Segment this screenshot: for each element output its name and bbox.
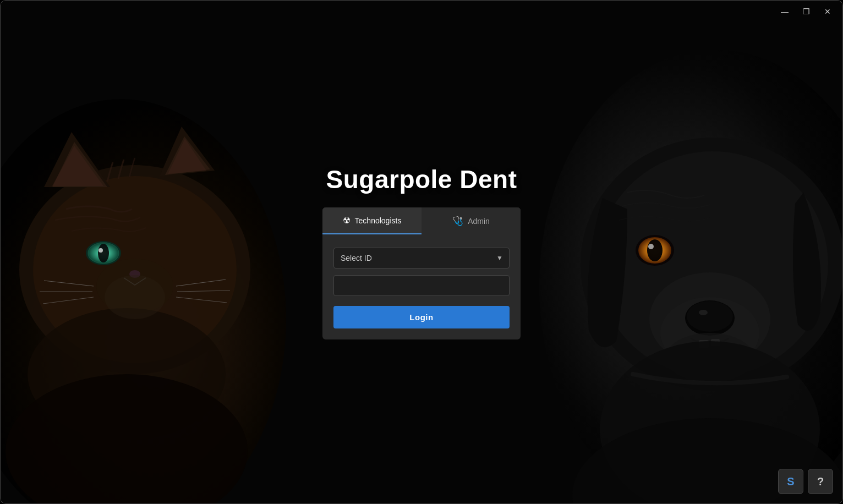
- tab-admin[interactable]: 🩺 Admin: [421, 207, 521, 234]
- svg-point-13: [98, 248, 103, 253]
- tabs-bar: ☢ Technologists 🩺 Admin: [322, 207, 521, 234]
- svg-point-33: [699, 310, 708, 315]
- bottom-right-buttons: S ?: [778, 469, 833, 494]
- svg-point-25: [105, 275, 165, 319]
- close-button[interactable]: ✕: [822, 7, 833, 17]
- select-id-wrapper: Select ID ▼: [333, 248, 510, 269]
- svg-point-12: [98, 244, 109, 262]
- app-title: Sugarpole Dent: [326, 165, 517, 194]
- svg-point-32: [687, 301, 733, 332]
- admin-icon: 🩺: [452, 216, 463, 226]
- title-bar: — ❒ ✕: [769, 0, 843, 23]
- login-button[interactable]: Login: [333, 306, 510, 328]
- login-card: ☢ Technologists 🩺 Admin Select ID ▼ Logi…: [322, 207, 521, 339]
- password-input[interactable]: [333, 275, 510, 296]
- minimize-button[interactable]: —: [779, 7, 791, 17]
- svg-point-36: [647, 239, 663, 261]
- select-id-dropdown[interactable]: Select ID: [333, 248, 510, 269]
- login-container: Sugarpole Dent ☢ Technologists 🩺 Admin S…: [322, 165, 521, 339]
- admin-label: Admin: [468, 217, 490, 226]
- technologists-label: Technologists: [355, 216, 402, 225]
- technologists-icon: ☢: [343, 215, 351, 226]
- maximize-button[interactable]: ❒: [801, 7, 812, 17]
- s-button[interactable]: S: [778, 469, 803, 494]
- svg-point-37: [648, 244, 654, 249]
- tab-technologists[interactable]: ☢ Technologists: [322, 207, 421, 234]
- help-button[interactable]: ?: [808, 469, 833, 494]
- login-form: Select ID ▼ Login: [322, 234, 521, 339]
